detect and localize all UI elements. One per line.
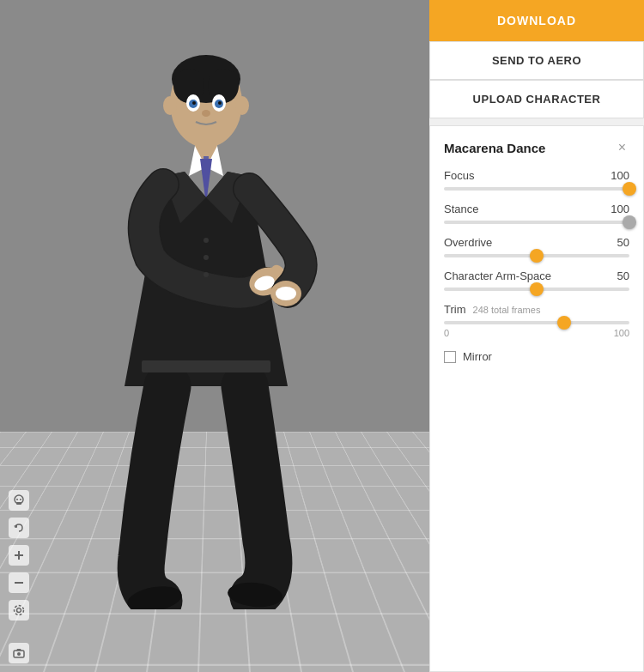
stance-label: Stance xyxy=(444,203,478,215)
trim-range-labels: 0 100 xyxy=(444,328,629,338)
stance-value: 100 xyxy=(611,203,629,215)
mirror-row: Mirror xyxy=(444,350,629,363)
svg-point-41 xyxy=(15,606,24,615)
controls-panel: Macarena Dance × Focus 100 Stance 100 xyxy=(429,125,644,672)
stance-slider-row: Stance 100 xyxy=(444,203,629,224)
character-figure xyxy=(43,17,369,618)
svg-rect-28 xyxy=(142,360,270,372)
svg-point-43 xyxy=(17,652,21,656)
focus-label: Focus xyxy=(444,169,474,182)
add-icon[interactable] xyxy=(9,545,29,566)
focus-slider-thumb[interactable] xyxy=(623,182,636,196)
svg-point-30 xyxy=(204,255,209,260)
character-svg xyxy=(43,26,369,609)
overdrive-label: Overdrive xyxy=(444,236,492,249)
arm-space-slider-row: Character Arm-Space 50 xyxy=(444,269,629,291)
controls-header: Macarena Dance × xyxy=(444,140,629,155)
svg-point-29 xyxy=(204,238,209,243)
focus-slider-row: Focus 100 xyxy=(444,169,629,191)
subtract-icon[interactable] xyxy=(9,572,29,593)
trim-label: Trim xyxy=(444,303,466,316)
svg-point-34 xyxy=(16,499,18,500)
overdrive-slider-thumb[interactable] xyxy=(530,249,544,263)
trim-slider-row: Trim 248 total frames 0 100 xyxy=(444,303,629,338)
trim-slider-thumb[interactable] xyxy=(557,316,571,330)
settings-icon[interactable] xyxy=(9,600,29,621)
svg-point-11 xyxy=(163,96,177,115)
svg-point-8 xyxy=(192,101,196,105)
trim-range-end: 100 xyxy=(614,328,629,338)
svg-point-12 xyxy=(235,96,249,115)
focus-slider-track[interactable] xyxy=(444,187,629,191)
overdrive-slider-row: Overdrive 50 xyxy=(444,236,629,257)
overdrive-slider-track[interactable] xyxy=(444,254,629,257)
overdrive-label-row: Overdrive 50 xyxy=(444,236,629,249)
trim-range-start: 0 xyxy=(444,328,449,338)
svg-marker-17 xyxy=(200,159,212,197)
skull-icon[interactable] xyxy=(9,490,29,511)
arm-space-label: Character Arm-Space xyxy=(444,269,551,282)
mirror-checkbox[interactable] xyxy=(444,351,456,363)
overdrive-value: 50 xyxy=(617,236,629,249)
send-to-aero-button[interactable]: SEND TO AERO xyxy=(429,41,644,80)
svg-point-35 xyxy=(20,499,21,500)
mirror-label: Mirror xyxy=(463,350,492,363)
right-panel: DOWNLOAD SEND TO AERO UPLOAD CHARACTER M… xyxy=(429,0,644,672)
focus-value: 100 xyxy=(611,169,629,182)
trim-slider-track[interactable] xyxy=(444,321,629,324)
svg-point-10 xyxy=(202,110,210,117)
left-toolbar xyxy=(9,490,29,621)
svg-rect-33 xyxy=(16,502,21,505)
stance-slider-thumb[interactable] xyxy=(623,215,636,229)
svg-point-31 xyxy=(204,272,209,277)
arm-space-slider-thumb[interactable] xyxy=(530,282,544,296)
animation-title: Macarena Dance xyxy=(444,141,545,155)
stance-label-row: Stance 100 xyxy=(444,203,629,215)
download-button[interactable]: DOWNLOAD xyxy=(429,0,644,41)
camera-icon[interactable] xyxy=(9,643,29,663)
svg-point-25 xyxy=(276,287,296,300)
svg-point-40 xyxy=(17,608,21,613)
stance-slider-track[interactable] xyxy=(444,221,629,224)
focus-label-row: Focus 100 xyxy=(444,169,629,182)
svg-point-9 xyxy=(218,101,222,105)
trim-sub-label: 248 total frames xyxy=(473,305,541,315)
arm-space-label-row: Character Arm-Space 50 xyxy=(444,269,629,282)
trim-header: Trim 248 total frames xyxy=(444,303,629,316)
undo-icon[interactable] xyxy=(9,518,29,538)
viewport-panel xyxy=(0,0,429,672)
arm-space-slider-track[interactable] xyxy=(444,288,629,291)
close-button[interactable]: × xyxy=(615,140,629,155)
upload-character-button[interactable]: UPLOAD CHARACTER xyxy=(429,80,644,118)
arm-space-value: 50 xyxy=(617,269,629,282)
